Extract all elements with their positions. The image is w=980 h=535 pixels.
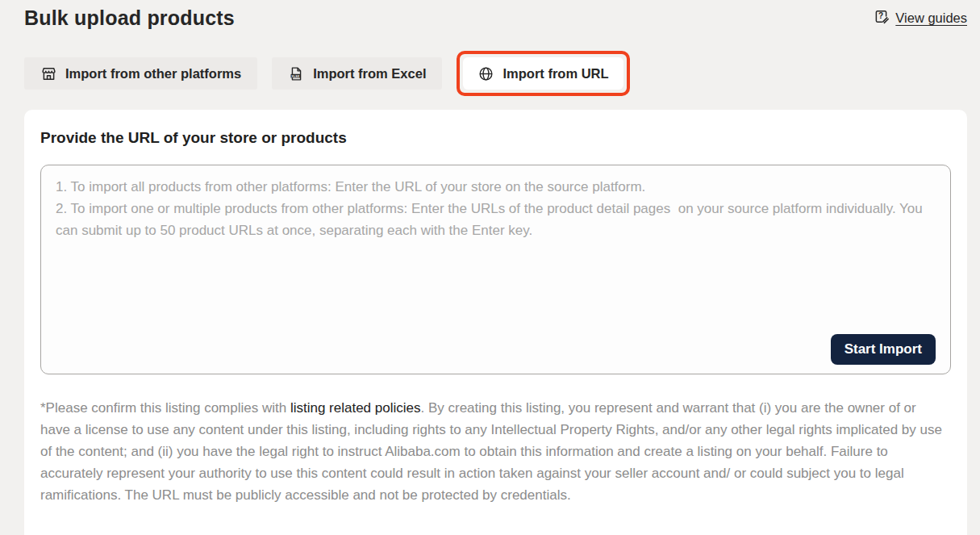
active-tab-highlight: Import from URL [457, 51, 629, 96]
tab-label: Import from URL [503, 66, 608, 82]
svg-text:?: ? [878, 11, 883, 20]
listing-policies-link[interactable]: listing related policies [290, 400, 421, 416]
svg-text:XLSX: XLSX [292, 74, 300, 77]
disclaimer-text: *Please confirm this listing complies wi… [40, 400, 290, 416]
import-from-url-panel: Provide the URL of your store or product… [24, 110, 967, 535]
guide-document-question-icon: ? [873, 8, 890, 28]
tab-label: Import from other platforms [65, 66, 241, 82]
tab-import-from-url[interactable]: Import from URL [463, 57, 623, 90]
excel-file-icon: XLSX [288, 65, 305, 82]
view-guides-label: View guides [895, 10, 967, 26]
import-tabs: Import from other platforms XLSX Import … [24, 51, 967, 96]
tab-label: Import from Excel [313, 66, 426, 82]
view-guides-link[interactable]: ? View guides [873, 8, 967, 28]
disclaimer-text: . By creating this listing, you represen… [40, 400, 942, 503]
panel-heading: Provide the URL of your store or product… [40, 129, 951, 147]
url-input-container: Start Import [40, 165, 951, 374]
bulk-upload-page: Bulk upload products ? View guides [0, 0, 980, 535]
storefront-icon [40, 65, 57, 82]
tab-import-from-other-platforms[interactable]: Import from other platforms [24, 57, 257, 90]
globe-icon [477, 65, 494, 82]
page-title: Bulk upload products [24, 6, 235, 30]
tab-import-from-excel[interactable]: XLSX Import from Excel [272, 57, 442, 90]
start-import-button[interactable]: Start Import [831, 334, 936, 365]
page-header: Bulk upload products ? View guides [24, 6, 967, 30]
legal-disclaimer: *Please confirm this listing complies wi… [40, 397, 949, 506]
url-input[interactable] [41, 165, 950, 374]
